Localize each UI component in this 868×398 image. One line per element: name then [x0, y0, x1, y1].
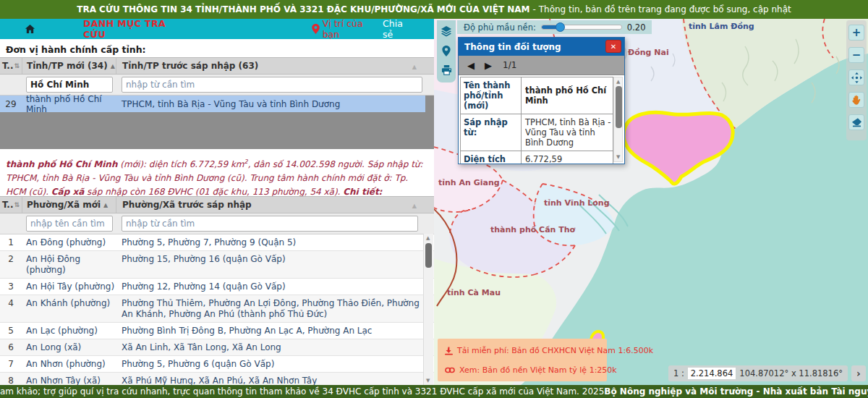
ward-col-index[interactable]: T..⇅: [0, 197, 22, 213]
ward-table-header: T..⇅ Phường/Xã mới▲ Phường/Xã trước sáp …: [0, 196, 434, 213]
nav-item-danh-muc[interactable]: DANH MỤC TRA CỨU: [83, 18, 192, 40]
download-link[interactable]: Tải miễn phí: Bản đồ CHXHCN Việt Nam 1:6…: [445, 346, 653, 355]
table-row[interactable]: 8An Nhơn Tây (xã)Xã Phú Mỹ Hưng, Xã An P…: [0, 373, 434, 385]
slider-handle[interactable]: [556, 22, 565, 32]
pan-icon: [851, 72, 862, 83]
pan-button[interactable]: [848, 69, 864, 85]
sort-asc-icon-far: ▲: [412, 203, 417, 209]
province-col-new[interactable]: Tỉnh/TP mới (34)▲: [22, 58, 116, 74]
drag-hand-button[interactable]: [848, 92, 864, 108]
home-button[interactable]: [25, 24, 35, 34]
popup-attribute-table: Tên thành phố/tỉnh (mới)thành phố Hồ Chí…: [460, 77, 613, 164]
hand-icon: [851, 95, 861, 106]
ward-old-filter-input[interactable]: [122, 216, 418, 232]
popup-title: Thông tin đối tượng: [464, 42, 561, 52]
table-row[interactable]: 7An Nhơn (phường)Phường 5, Phường 6 (quậ…: [0, 356, 434, 373]
ward-new-filter-input[interactable]: [26, 216, 113, 232]
lookup-panel: Đơn vị hành chính cấp tỉnh: T..⇅ Tỉnh/TP…: [0, 39, 434, 385]
row-index: 29: [0, 99, 22, 109]
opacity-label: Độ phủ mầu nền:: [464, 22, 536, 33]
opacity-value: 0.20: [627, 22, 646, 33]
nav-item-your-location[interactable]: Vị trí của bạn: [312, 18, 383, 40]
scroll-up-icon[interactable]: ▲: [616, 79, 620, 85]
nav-bar: DANH MỤC TRA CỨU Vị trí của bạn Chia sẻ: [0, 19, 434, 39]
province-col-index[interactable]: T..⇅: [0, 58, 22, 74]
footer-bar: am khảo; trợ giúp quí vị tra cứu nhanh, …: [0, 385, 868, 398]
table-row[interactable]: 4An Khánh (phường)Phường Thủ Thiêm, Phườ…: [0, 295, 434, 323]
table-row[interactable]: 5An Lạc (phường)Phường Bình Trị Đông B, …: [0, 323, 434, 339]
popup-scrollbar[interactable]: ▲ ▼: [613, 77, 623, 162]
ward-col-new[interactable]: Phường/Xã mới▲: [22, 197, 116, 213]
table-row[interactable]: 3An Hội Tây (phường)Phường 12, Phường 14…: [0, 279, 434, 295]
table-row[interactable]: 6An Long (xã)Xã An Linh, Xã Tân Long, Xã…: [0, 339, 434, 356]
attribute-row: Diện tích (km²)6.772,59: [461, 151, 613, 164]
province-col-old[interactable]: Tỉnh/TP trước sáp nhập (63): [116, 61, 434, 71]
print-button[interactable]: [439, 63, 454, 77]
scale-expand-button[interactable]: ›: [851, 365, 866, 381]
ward-table-scrollbar[interactable]: ▲ ▼: [423, 234, 433, 385]
map-area[interactable]: tỉnh Lâm Đồng Đồng Nai tỉnh An Giang tỉn…: [434, 19, 868, 385]
row-province-new: thành phố Hồ Chí Minh: [22, 94, 116, 114]
map-label-vinh-long: tỉnh Vĩnh Long: [544, 198, 610, 208]
popup-body: Tên thành phố/tỉnh (mới)thành phố Hồ Chí…: [459, 75, 624, 164]
plus-icon: +: [852, 26, 861, 39]
minus-icon: −: [852, 48, 861, 62]
prev-feature-button[interactable]: ◀: [467, 60, 475, 71]
next-feature-button[interactable]: ▶: [485, 60, 492, 71]
ward-filter-row: [0, 213, 434, 234]
province-table: T..⇅ Tỉnh/TP mới (34)▲ Tỉnh/TP trước sáp…: [0, 57, 434, 150]
location-pin-icon: [312, 24, 320, 34]
scrollbar-thumb[interactable]: [425, 243, 432, 268]
pager-count: 1/1: [503, 60, 516, 70]
map-label-dong-nai: Đồng Nai: [628, 48, 669, 57]
scale-input[interactable]: 2.214.864: [688, 368, 736, 379]
province-new-filter-input[interactable]: [26, 77, 113, 93]
scrollbar-thumb[interactable]: [616, 86, 622, 128]
close-icon: ✕: [610, 43, 616, 51]
map-scale-bar: 1 : 2.214.864 104.87012° x 11.81816°: [668, 365, 848, 381]
province-old-filter-input[interactable]: [122, 77, 422, 93]
province-table-body: 29 thành phố Hồ Chí Minh TPHCM, tỉnh Bà …: [0, 96, 434, 149]
main-row: DANH MỤC TRA CỨU Vị trí của bạn Chia sẻ …: [0, 19, 868, 385]
locate-button[interactable]: [439, 43, 454, 58]
table-row-hcmc-selected[interactable]: 29 thành phố Hồ Chí Minh TPHCM, tỉnh Bà …: [0, 96, 425, 112]
chevron-right-icon: ›: [856, 368, 861, 379]
footer-text: am khảo; trợ giúp quí vị tra cứu nhanh, …: [0, 386, 604, 397]
attribute-row: Sáp nhập từ:TPHCM, tỉnh Bà Rịa - Vũng Tà…: [461, 114, 613, 151]
sort-both-icon: ⇅: [14, 62, 20, 69]
ward-col-old[interactable]: Phường/Xã trước sáp nhập: [116, 200, 434, 210]
eraser-icon: [851, 117, 862, 127]
ward-table: T..⇅ Phường/Xã mới▲ Phường/Xã trước sáp …: [0, 196, 434, 385]
popup-title-bar[interactable]: Thông tin đối tượng ✕: [459, 38, 624, 56]
map-label-an-giang: tỉnh An Giang: [438, 178, 500, 187]
opacity-slider[interactable]: [541, 25, 622, 30]
zoom-out-button[interactable]: −: [848, 47, 864, 63]
map-label-ca-mau: tỉnh Cà Mau: [447, 288, 501, 297]
map-label-lam-dong: tỉnh Lâm Đồng: [689, 22, 754, 31]
scroll-down-icon[interactable]: ▼: [426, 378, 430, 384]
eraser-button[interactable]: [848, 114, 864, 130]
share-button[interactable]: Chia sẻ: [383, 18, 416, 40]
province-description: thành phố Hồ Chí Minh (mới): diện tích 6…: [6, 155, 424, 199]
scale-prefix: 1 :: [673, 368, 684, 378]
view-basemap-link[interactable]: Xem: Bản đồ nền Việt Nam tỷ lệ 1:250k: [445, 365, 617, 375]
link-icon: [445, 367, 455, 373]
zoom-in-button[interactable]: +: [848, 25, 864, 41]
nav-location-label: Vị trí của bạn: [323, 18, 383, 40]
attribute-row: Tên thành phố/tỉnh (mới)thành phố Hồ Chí…: [461, 77, 613, 114]
close-button[interactable]: ✕: [605, 40, 621, 53]
scroll-up-icon[interactable]: ▲: [426, 235, 430, 241]
printer-icon: [441, 65, 452, 75]
scroll-down-icon[interactable]: ▼: [616, 154, 620, 160]
map-toolbar-right: + −: [846, 20, 867, 140]
page-title: TRA CỨU THÔNG TIN 34 TỈNH/THÀNH PHỐ VÀ 3…: [77, 4, 529, 14]
page-subtitle: - Thông tin, bản đồ trên trang đang được…: [533, 4, 791, 14]
popup-pager: ◀ ▶ 1/1: [459, 56, 624, 75]
table-row[interactable]: 1An Đông (phường)Phường 5, Phường 7, Phư…: [0, 234, 434, 251]
table-row[interactable]: 2An Hội Đông (phường)Phường 15, Phường 1…: [0, 251, 434, 279]
sort-asc-icon: ▲: [111, 63, 115, 69]
layers-button[interactable]: [439, 24, 454, 38]
footer-publisher: Bộ Nông nghiệp và Môi trường - Nhà xuất …: [604, 386, 868, 397]
province-filter-row: [0, 75, 434, 96]
ward-table-body: 1An Đông (phường)Phường 5, Phường 7, Phư…: [0, 234, 434, 385]
